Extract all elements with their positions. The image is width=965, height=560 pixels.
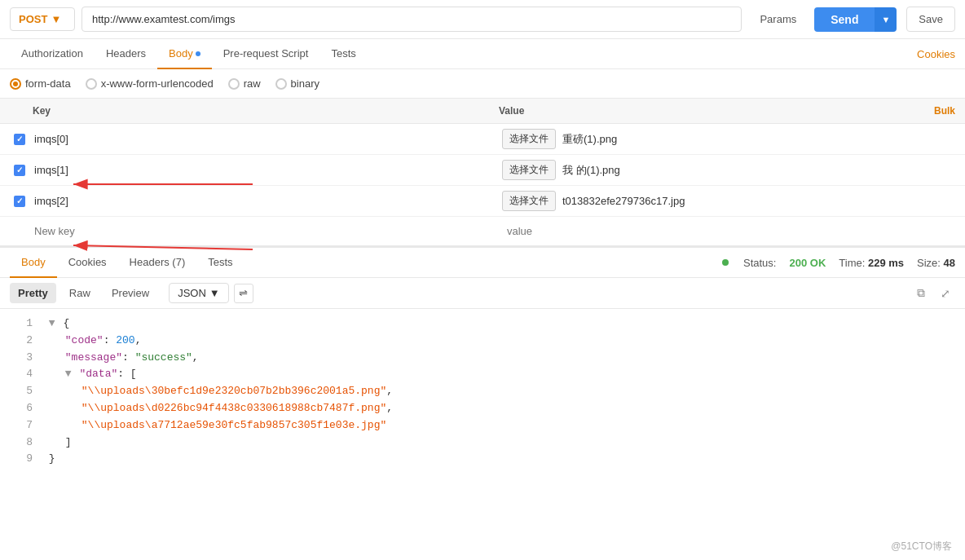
json-line-8: 8 ] [13,434,952,452]
radio-urlencoded-circle [86,78,97,90]
radio-binary-circle [275,78,287,90]
row-0-checkbox[interactable] [10,134,29,145]
radio-urlencoded[interactable]: x-www-form-urlencoded [86,77,214,90]
resp-tab-tests[interactable]: Tests [196,248,244,278]
json-line-6: 6 "\\uploads\d0226bc94f4438c0330618988cb… [13,400,952,417]
format-select[interactable]: JSON ▼ [169,283,229,303]
save-button[interactable]: Save [906,7,955,32]
format-chevron: ▼ [209,287,220,299]
request-tabs: Authorization Headers Body Pre-request S… [0,39,965,69]
json-toggle-4[interactable]: ▼ [65,368,72,380]
row-0-key[interactable]: imqs[0] [29,130,502,148]
url-input[interactable] [82,7,742,32]
row-0-check-box[interactable] [14,134,25,145]
time-value: 229 ms [868,257,904,269]
align-icon[interactable]: ⇌ [234,284,253,303]
method-chevron: ▼ [51,13,61,25]
code-tab-pretty[interactable]: Pretty [10,283,56,303]
body-options: form-data x-www-form-urlencoded raw bina… [0,69,965,99]
response-section: Body Cookies Headers (7) Tests Status: 2… [0,246,965,472]
toolbar-actions: ⧉ ⤢ [911,284,955,303]
json-line-3: 3 "message": "success", [13,350,952,367]
size-label: Size: 48 [917,257,955,269]
form-table-header: Key Value Bulk [0,99,965,124]
resp-tab-cookies[interactable]: Cookies [57,248,118,278]
row-0-file-btn[interactable]: 选择文件 [502,129,556,149]
format-label: JSON [178,287,206,299]
code-tab-raw[interactable]: Raw [61,283,99,303]
send-button-group: Send ▼ [814,7,897,32]
row-1-check-box[interactable] [14,165,25,176]
cookies-link[interactable]: Cookies [917,48,955,60]
method-label: POST [19,13,47,25]
row-2-key[interactable]: imqs[2] [29,192,502,210]
json-line-4: 4 ▼ "data": [ [13,366,952,383]
row-1-value: 选择文件 我 的(1).png [502,160,955,180]
status-label: Status: [743,257,776,269]
tab-authorization[interactable]: Authorization [10,39,95,69]
row-1-checkbox[interactable] [10,165,29,176]
method-select[interactable]: POST ▼ [10,7,75,31]
form-row-2: imqs[2] 选择文件 t013832efe279736c17.jpg [0,186,965,217]
body-dot [196,51,200,56]
row-2-value: 选择文件 t013832efe279736c17.jpg [502,191,955,211]
status-code: 200 OK [789,257,826,269]
row-2-checkbox[interactable] [10,196,29,207]
response-status-area: Status: 200 OK Time: 229 ms Size: 48 [722,257,955,269]
row-2-file-name: t013832efe279736c17.jpg [562,195,685,207]
radio-raw[interactable]: raw [228,77,261,90]
json-viewer: 1 ▼ { 2 "code": 200, 3 "message": "succe… [0,309,965,472]
row-1-key[interactable]: imqs[1] [29,161,502,179]
expand-icon[interactable]: ⤢ [936,284,955,303]
status-dot [722,259,729,266]
response-tabs-bar: Body Cookies Headers (7) Tests Status: 2… [0,248,965,278]
send-button[interactable]: Send [814,7,875,32]
row-1-file-name: 我 的(1).png [562,163,620,178]
tab-headers[interactable]: Headers [95,39,157,69]
json-line-1: 1 ▼ { [13,315,952,333]
radio-binary[interactable]: binary [275,77,319,90]
tab-body[interactable]: Body [157,39,212,69]
params-button[interactable]: Params [748,7,808,31]
json-line-9: 9 } [13,451,952,468]
row-2-file-btn[interactable]: 选择文件 [502,191,556,211]
json-line-7: 7 "\\uploads\a7712ae59e30fc5fab9857c305f… [13,417,952,434]
form-row-0: imqs[0] 选择文件 重磅(1).png [0,124,965,155]
row-2-check-box[interactable] [14,196,25,207]
form-row-1: imqs[1] 选择文件 我 的(1).png [0,155,965,186]
json-line-5: 5 "\\uploads\30befc1d9e2320cb07b2bb396c2… [13,383,952,400]
send-dropdown-button[interactable]: ▼ [875,7,897,32]
time-label: Time: 229 ms [839,257,904,269]
json-toggle-1[interactable]: ▼ [49,317,55,329]
code-tab-preview[interactable]: Preview [104,283,157,303]
radio-form-data[interactable]: form-data [10,77,71,90]
col-key-header: Key [10,105,499,117]
row-0-value: 选择文件 重磅(1).png [502,129,955,149]
tab-tests[interactable]: Tests [319,39,367,69]
new-key-row [0,217,965,245]
top-bar: POST ▼ Params Send ▼ Save [0,0,965,39]
app-container: POST ▼ Params Send ▼ Save Authorization … [0,0,965,560]
json-line-2: 2 "code": 200, [13,333,952,350]
new-key-input[interactable] [29,222,502,240]
radio-form-data-circle [10,78,21,90]
row-1-file-btn[interactable]: 选择文件 [502,160,556,180]
new-value-input[interactable] [502,222,955,240]
tab-pre-request-script[interactable]: Pre-request Script [212,39,320,69]
row-0-file-name: 重磅(1).png [562,132,617,147]
watermark: @51CTO博客 [891,540,952,553]
copy-icon[interactable]: ⧉ [911,284,931,303]
col-value-header: Value [499,105,524,117]
resp-tab-body[interactable]: Body [10,248,57,278]
form-table: Key Value Bulk imqs[0] 选择文件 重磅(1).png im… [0,99,965,246]
size-value: 48 [944,257,955,269]
code-toolbar: Pretty Raw Preview JSON ▼ ⇌ ⧉ ⤢ [0,278,965,309]
resp-tab-headers[interactable]: Headers (7) [118,248,197,278]
radio-raw-circle [228,78,240,90]
bulk-edit-link[interactable]: Bulk [934,105,955,117]
